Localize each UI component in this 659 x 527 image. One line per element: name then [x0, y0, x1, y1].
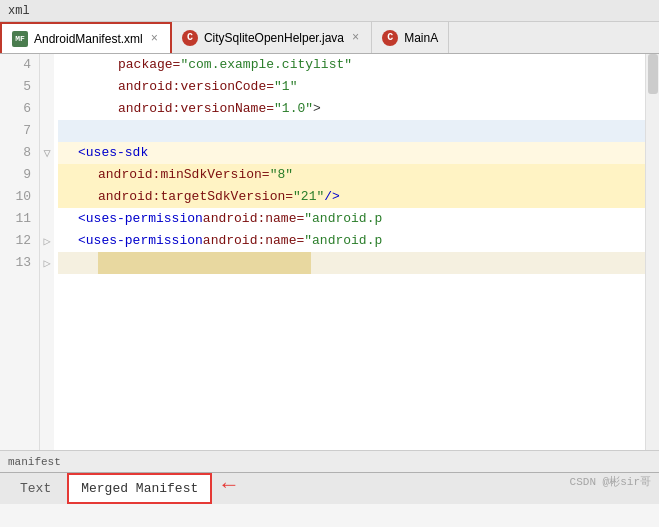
code-line-8: <uses-sdk — [58, 142, 645, 164]
scrollbar-thumb[interactable] — [648, 54, 658, 94]
watermark-text: CSDN @彬sir哥 — [570, 476, 651, 488]
fold-12[interactable]: ▷ — [40, 230, 54, 252]
code-line-6: android:versionName="1.0"> — [58, 98, 645, 120]
code-line-10-attr: android:targetSdkVersion= — [98, 186, 293, 208]
code-line-12: <uses-permission android:name="android.p — [58, 230, 645, 252]
bottom-tab-text[interactable]: Text — [8, 473, 63, 504]
editor-area: 4 5 6 7 8 9 10 11 12 13 ▽ ▷ ▷ package="c… — [0, 54, 659, 450]
code-line-10-close: /> — [324, 186, 340, 208]
fold-13[interactable]: ▷ — [40, 252, 54, 274]
code-line-8-tag: <uses-sdk — [78, 142, 148, 164]
code-line-6-attr: android:versionName= — [118, 98, 274, 120]
line-num-8: 8 — [8, 142, 31, 164]
tab-maina-label: MainA — [404, 31, 438, 45]
maina-icon: C — [382, 30, 398, 46]
code-line-5-val: "1" — [274, 76, 297, 98]
fold-9 — [40, 164, 54, 186]
code-line-6-close: > — [313, 98, 321, 120]
code-area: package="com.example.citylist" android:v… — [54, 54, 645, 450]
code-line-11-attr: android:name= — [203, 208, 304, 230]
fold-5 — [40, 76, 54, 98]
code-line-13-partial — [98, 252, 311, 274]
tab-citysqlite-label: CitySqliteOpenHelper.java — [204, 31, 344, 45]
bottom-tab-merged-manifest-label: Merged Manifest — [81, 481, 198, 496]
bottom-tab-merged-manifest[interactable]: Merged Manifest — [67, 473, 212, 504]
code-line-9-val: "8" — [270, 164, 293, 186]
code-line-13 — [58, 252, 645, 274]
code-line-4-attr: package= — [118, 54, 180, 76]
fold-10 — [40, 186, 54, 208]
tab-citysqlite[interactable]: C CitySqliteOpenHelper.java × — [172, 22, 372, 53]
tab-bar: MF AndroidManifest.xml × C CitySqliteOpe… — [0, 22, 659, 54]
scrollbar[interactable] — [645, 54, 659, 450]
code-line-4: package="com.example.citylist" — [58, 54, 645, 76]
citysqlite-icon: C — [182, 30, 198, 46]
tab-citysqlite-close[interactable]: × — [350, 31, 361, 45]
line-num-7: 7 — [8, 120, 31, 142]
line-num-6: 6 — [8, 98, 31, 120]
code-line-12-attr: android:name= — [203, 230, 304, 252]
code-line-9-attr: android:minSdkVersion= — [98, 164, 270, 186]
code-line-12-val: "android.p — [304, 230, 382, 252]
title-bar: xml — [0, 0, 659, 22]
fold-4 — [40, 54, 54, 76]
code-line-11-tag: <uses-permission — [78, 208, 203, 230]
line-num-12: 12 — [8, 230, 31, 252]
title-bar-label: xml — [8, 4, 30, 18]
bottom-tab-text-label: Text — [20, 481, 51, 496]
line-numbers: 4 5 6 7 8 9 10 11 12 13 — [0, 54, 40, 450]
line-num-11: 11 — [8, 208, 31, 230]
tab-manifest-close[interactable]: × — [149, 32, 160, 46]
code-line-12-tag: <uses-permission — [78, 230, 203, 252]
line-num-13: 13 — [8, 252, 31, 274]
code-line-9: android:minSdkVersion="8" — [58, 164, 645, 186]
red-arrow-icon: ← — [222, 473, 235, 504]
tab-manifest[interactable]: MF AndroidManifest.xml × — [0, 22, 172, 53]
line-num-5: 5 — [8, 76, 31, 98]
tab-maina[interactable]: C MainA — [372, 22, 449, 53]
code-line-5-attr: android:versionCode= — [118, 76, 274, 98]
code-line-7 — [58, 120, 645, 142]
fold-indicators: ▽ ▷ ▷ — [40, 54, 54, 450]
manifest-icon: MF — [12, 31, 28, 47]
line-num-10: 10 — [8, 186, 31, 208]
fold-7 — [40, 120, 54, 142]
tab-manifest-label: AndroidManifest.xml — [34, 32, 143, 46]
fold-6 — [40, 98, 54, 120]
bottom-tab-bar: Text Merged Manifest ← — [0, 472, 659, 504]
watermark: CSDN @彬sir哥 — [570, 474, 651, 489]
code-line-10: android:targetSdkVersion="21" /> — [58, 186, 645, 208]
line-num-9: 9 — [8, 164, 31, 186]
code-line-11-val: "android.p — [304, 208, 382, 230]
code-line-11: <uses-permission android:name="android.p — [58, 208, 645, 230]
fold-11 — [40, 208, 54, 230]
code-line-6-val: "1.0" — [274, 98, 313, 120]
fold-8[interactable]: ▽ — [40, 142, 54, 164]
breadcrumb-text: manifest — [8, 456, 61, 468]
breadcrumb-bar: manifest — [0, 450, 659, 472]
code-line-10-val: "21" — [293, 186, 324, 208]
code-line-5: android:versionCode="1" — [58, 76, 645, 98]
code-line-4-val: "com.example.citylist" — [180, 54, 352, 76]
line-num-4: 4 — [8, 54, 31, 76]
